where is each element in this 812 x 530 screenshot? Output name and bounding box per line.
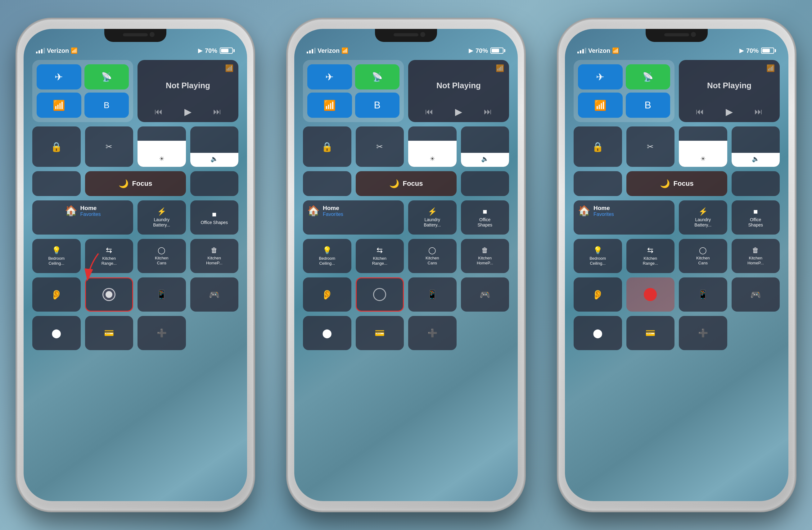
remote-btn-2[interactable]: 🎮 xyxy=(461,277,509,311)
bluetooth-btn-2[interactable]: B xyxy=(355,93,400,118)
now-playing-3: 📶 Not Playing ⏮ ▶ ⏭ xyxy=(679,60,780,122)
now-playing-title-3: Not Playing xyxy=(685,65,773,106)
airplane-btn-2[interactable]: ✈ xyxy=(307,64,352,89)
focus-btn-3[interactable]: 🌙 Focus xyxy=(626,171,727,196)
kitchen-cans-btn-1[interactable]: ◯ KitchenCans xyxy=(137,239,186,273)
brightness-slider-3[interactable]: ☀ xyxy=(679,126,727,167)
home-label-3: Home xyxy=(594,205,614,212)
rotate-lock-btn-1[interactable]: 🔒 xyxy=(32,126,81,167)
record-btn-3[interactable] xyxy=(626,277,675,311)
ceiling-icon-2: 💡 xyxy=(322,246,332,255)
status-right-2: ▶ 70% xyxy=(469,47,505,54)
wallet-btn-3[interactable]: 💳 xyxy=(626,316,675,350)
bedroom-ceiling-btn-3[interactable]: 💡 BedroomCeiling... xyxy=(574,239,622,273)
brightness-slider-1[interactable]: ☀ xyxy=(137,126,186,167)
cellular-btn-1[interactable]: 📡 xyxy=(84,64,129,89)
notch-speaker-2 xyxy=(394,33,418,36)
cans-icon-3: ◯ xyxy=(699,246,707,254)
volume-icon-3: 🔈 xyxy=(752,155,759,163)
laundry-icon-1: ⚡ xyxy=(157,207,166,216)
status-bar-3: Verizon 📶 ▶ 70% xyxy=(577,44,776,57)
office-shapes-btn-2[interactable]: ■ OfficeShapes xyxy=(461,200,509,235)
kitchen-cans-btn-2[interactable]: ◯ KitchenCans xyxy=(408,239,456,273)
volume-slider-1[interactable]: 🔈 xyxy=(190,126,239,167)
accessibility-btn-1[interactable]: ⬤ xyxy=(32,316,81,350)
cellular-btn-2[interactable]: 📡 xyxy=(355,64,400,89)
home-favorites-btn-3[interactable]: 🏠 Home Favorites xyxy=(574,200,675,235)
kitchen-cans-label-3: KitchenCans xyxy=(696,256,710,265)
airplane-btn-3[interactable]: ✈ xyxy=(578,64,623,89)
brightness-fill-2 xyxy=(408,141,456,167)
laundry-btn-2[interactable]: ⚡ LaundryBattery... xyxy=(408,200,456,235)
home-favorites-btn-1[interactable]: 🏠 Home Favorites xyxy=(32,200,133,235)
prev-btn-3[interactable]: ⏮ xyxy=(696,107,704,116)
screen-mirror-btn-2[interactable]: ✂ xyxy=(356,126,404,167)
hearing-btn-3[interactable]: 👂 xyxy=(574,277,622,311)
kitchen-range-btn-2[interactable]: ⇆ KitchenRange... xyxy=(356,239,404,273)
play-btn-2[interactable]: ▶ xyxy=(455,106,462,117)
keypad-btn-3[interactable]: 📱 xyxy=(679,277,727,311)
record-btn-2[interactable] xyxy=(356,277,404,311)
home-favorites-btn-2[interactable]: 🏠 Home Favorites xyxy=(303,200,404,235)
hearing-btn-1[interactable]: 👂 xyxy=(32,277,81,311)
kitchen-range-label-2: KitchenRange... xyxy=(372,256,387,266)
remote-btn-1[interactable]: 🎮 xyxy=(190,277,239,311)
airplane-icon-2: ✈ xyxy=(325,71,334,83)
addcontrol-btn-3[interactable]: ➕ xyxy=(679,316,727,350)
kitchen-homep-btn-3[interactable]: 🗑 KitchenHomeP... xyxy=(731,239,780,273)
airplane-icon-1: ✈ xyxy=(55,71,63,83)
focus-ph1-2 xyxy=(303,171,351,196)
hearing-btn-2[interactable]: 👂 xyxy=(303,277,351,311)
bedroom-ceiling-label-1: BedroomCeiling... xyxy=(48,256,64,266)
volume-slider-3[interactable]: 🔈 xyxy=(731,126,780,167)
kitchen-homep-btn-2[interactable]: 🗑 KitchenHomeP... xyxy=(461,239,509,273)
bedroom-ceiling-btn-1[interactable]: 💡 BedroomCeiling... xyxy=(32,239,81,273)
addcontrol-btn-2[interactable]: ➕ xyxy=(408,316,456,350)
wallet-btn-1[interactable]: 💳 xyxy=(85,316,133,350)
phone-2-wrapper: Verizon 📶 ▶ 70% ✈ xyxy=(288,19,524,511)
remote-icon-2: 🎮 xyxy=(480,290,490,300)
kitchen-cans-btn-3[interactable]: ◯ KitchenCans xyxy=(679,239,727,273)
bluetooth-btn-1[interactable]: B xyxy=(84,93,129,118)
focus-btn-1[interactable]: 🌙 Focus xyxy=(85,171,186,196)
home-sublabel-1: Favorites xyxy=(81,212,101,217)
kitchen-homep-btn-1[interactable]: 🗑 KitchenHomeP... xyxy=(190,239,239,273)
wifi-btn-3[interactable]: 📶 xyxy=(578,93,623,118)
keypad-btn-2[interactable]: 📱 xyxy=(408,277,456,311)
cellular-btn-3[interactable]: 📡 xyxy=(626,64,670,89)
accessibility-btn-3[interactable]: ⬤ xyxy=(574,316,622,350)
range-icon-2: ⇆ xyxy=(377,246,383,255)
prev-btn-2[interactable]: ⏮ xyxy=(425,107,433,116)
addcontrol-btn-1[interactable]: ➕ xyxy=(137,316,186,350)
kitchen-range-btn-3[interactable]: ⇆ KitchenRange... xyxy=(626,239,675,273)
office-shapes-btn-3[interactable]: ■ OfficeShapes xyxy=(731,200,780,235)
screen-mirror-btn-1[interactable]: ✂ xyxy=(85,126,133,167)
empty-slot-2 xyxy=(461,316,509,350)
wifi-btn-2[interactable]: 📶 xyxy=(307,93,352,118)
record-btn-1[interactable] xyxy=(85,277,133,311)
wallet-btn-2[interactable]: 💳 xyxy=(356,316,404,350)
bedroom-ceiling-btn-2[interactable]: 💡 BedroomCeiling... xyxy=(303,239,351,273)
laundry-btn-1[interactable]: ⚡ LaundryBattery... xyxy=(137,200,186,235)
keypad-btn-1[interactable]: 📱 xyxy=(137,277,186,311)
next-btn-3[interactable]: ⏭ xyxy=(755,107,763,116)
play-btn-3[interactable]: ▶ xyxy=(726,106,733,117)
screen-mirror-btn-3[interactable]: ✂ xyxy=(626,126,675,167)
play-btn-1[interactable]: ▶ xyxy=(184,106,191,117)
volume-slider-2[interactable]: 🔈 xyxy=(461,126,509,167)
focus-btn-2[interactable]: 🌙 Focus xyxy=(356,171,456,196)
rotate-lock-btn-2[interactable]: 🔒 xyxy=(303,126,351,167)
office-shapes-btn-1[interactable]: ■ Office Shapes xyxy=(190,200,239,235)
remote-btn-3[interactable]: 🎮 xyxy=(731,277,780,311)
airplane-btn-1[interactable]: ✈ xyxy=(37,64,81,89)
accessibility-btn-2[interactable]: ⬤ xyxy=(303,316,351,350)
rotate-lock-btn-3[interactable]: 🔒 xyxy=(574,126,622,167)
brightness-slider-2[interactable]: ☀ xyxy=(408,126,456,167)
prev-btn-1[interactable]: ⏮ xyxy=(155,107,163,116)
wifi-btn-1[interactable]: 📶 xyxy=(37,93,81,118)
next-btn-2[interactable]: ⏭ xyxy=(484,107,492,116)
sb-3-3 xyxy=(582,49,584,53)
next-btn-1[interactable]: ⏭ xyxy=(213,107,221,116)
bluetooth-btn-3[interactable]: B xyxy=(626,93,670,118)
laundry-btn-3[interactable]: ⚡ LaundryBattery... xyxy=(679,200,727,235)
